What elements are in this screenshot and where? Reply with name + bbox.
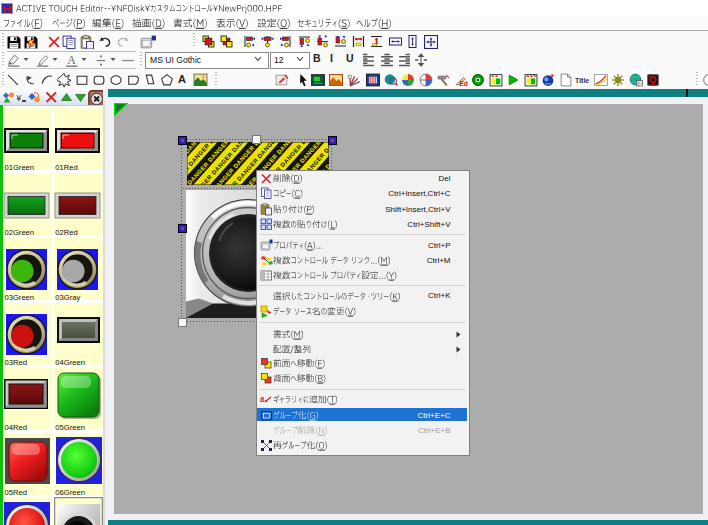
svg-text:A: A (67, 53, 76, 67)
svg-text:Edt: Edt (459, 80, 468, 87)
svg-text:8: 8 (260, 395, 265, 404)
